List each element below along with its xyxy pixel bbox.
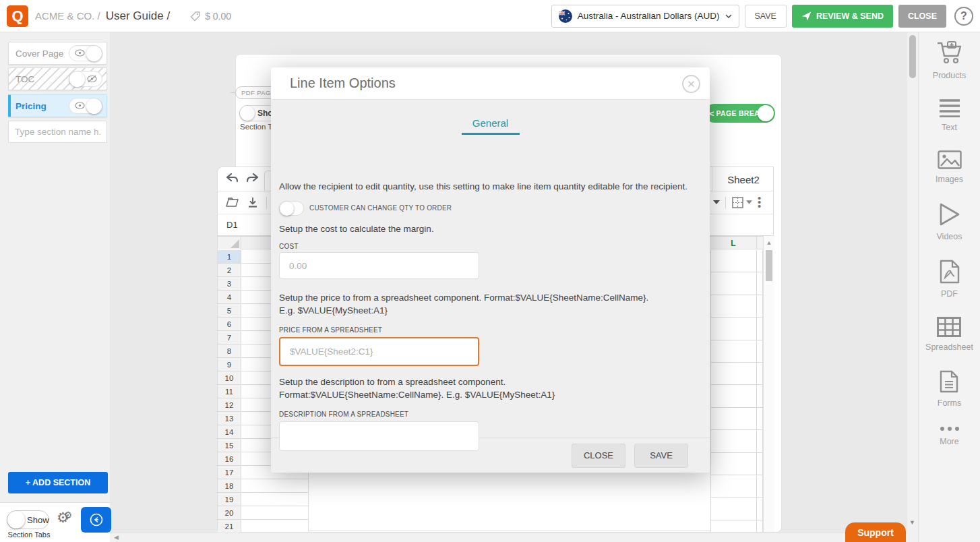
settings-gears-icon[interactable]: ⚙⚙ (57, 510, 67, 526)
sidebar-item-label: PDF (941, 289, 958, 299)
cost-label: COST (279, 243, 299, 250)
collapse-sidebar-button[interactable] (81, 507, 111, 533)
modal-save-button[interactable]: SAVE (634, 444, 688, 468)
row-header[interactable]: 16 (218, 452, 241, 466)
page-break-toggle[interactable]: < PAGE BREAK (705, 104, 775, 123)
price-label: PRICE FROM A SPREADSHEET (279, 326, 382, 334)
sidebar-item-cover-page[interactable]: Cover Page (8, 42, 107, 65)
cell-reference[interactable]: D1 (218, 220, 238, 230)
dropdown-caret-icon[interactable] (713, 200, 720, 205)
sidebar-item-text[interactable]: Text (939, 98, 960, 132)
description-from-spreadsheet-input[interactable] (279, 421, 479, 451)
row-header[interactable]: 1 (218, 250, 241, 264)
row-header[interactable]: 13 (218, 412, 241, 425)
column-header-l[interactable]: L (710, 237, 757, 249)
sidebar-item-label: Images (936, 175, 963, 184)
row-header[interactable]: 17 (218, 466, 241, 479)
currency-select[interactable]: Australia - Australian Dollars (AUD) (551, 5, 739, 28)
line-item-options-modal: Line Item Options ✕ General Allow the re… (271, 67, 710, 473)
tab-underline (462, 133, 520, 135)
sidebar-item-label: Forms (938, 398, 961, 408)
add-section-button[interactable]: + ADD SECTION (8, 472, 108, 493)
page-break-chevron: < (709, 109, 714, 119)
app-logo[interactable]: Q (7, 5, 28, 27)
download-icon[interactable] (247, 197, 258, 208)
price-from-spreadsheet-input[interactable] (279, 337, 479, 366)
grid-column-l[interactable] (710, 250, 757, 532)
help-button[interactable]: ? (954, 7, 973, 26)
australia-flag-icon (559, 9, 572, 23)
grid-column-partial (757, 250, 763, 532)
toc-visibility-toggle[interactable] (69, 71, 102, 87)
cover-page-visibility-toggle[interactable] (69, 45, 102, 61)
sidebar-item-spreadsheet[interactable]: Spreadsheet (925, 317, 973, 352)
canvas-vscroll-thumb[interactable] (909, 35, 916, 78)
sidebar-item-pdf[interactable]: PDF (940, 260, 960, 299)
row-header[interactable]: 18 (218, 479, 241, 493)
pricing-visibility-toggle[interactable] (69, 98, 102, 114)
customer-qty-toggle[interactable] (279, 201, 304, 216)
row-header[interactable]: 20 (218, 506, 241, 520)
modal-close-icon[interactable]: ✕ (682, 75, 700, 93)
form-document-icon (940, 370, 958, 393)
cost-input[interactable] (279, 252, 479, 279)
spreadsheet-vertical-scrollbar[interactable]: ▲ (763, 236, 774, 532)
section-title-label: Section T (240, 123, 272, 131)
row-header[interactable]: 6 (218, 318, 241, 331)
row-header[interactable]: 5 (218, 304, 241, 318)
scroll-left-arrow-icon[interactable]: ◀ (114, 534, 119, 541)
row-header[interactable]: 14 (218, 425, 241, 439)
select-all-corner[interactable] (218, 237, 241, 249)
show-section-tabs-toggle[interactable]: Show (7, 510, 49, 529)
borders-icon[interactable] (732, 197, 743, 208)
modal-body: General Allow the recipient to edit quan… (271, 100, 710, 438)
row-header[interactable]: 9 (218, 358, 241, 371)
folder-icon[interactable] (226, 197, 239, 208)
support-button[interactable]: Support (845, 522, 906, 542)
row-header[interactable]: 8 (218, 344, 241, 358)
row-header[interactable]: 10 (218, 371, 241, 385)
top-bar: Q ACME & CO. / User Guide / $ 0.00 Austr… (0, 0, 980, 32)
row-header[interactable]: 21 (218, 520, 241, 533)
row-header[interactable]: 12 (218, 398, 241, 412)
scrollbar-thumb[interactable] (766, 250, 772, 281)
undo-icon[interactable] (226, 173, 239, 185)
sidebar-item-toc[interactable]: TOC (8, 67, 107, 90)
canvas-vertical-scrollbar[interactable]: ▼ (907, 32, 918, 542)
pdf-icon (940, 260, 960, 284)
review-send-button[interactable]: REVIEW & SEND (792, 5, 893, 28)
image-icon (938, 150, 962, 169)
cost-help-text: Setup the cost to calculate the margin. (279, 222, 434, 235)
scroll-down-arrow-icon[interactable]: ▼ (909, 519, 915, 526)
sidebar-item-images[interactable]: Images (936, 150, 963, 184)
sidebar-item-more[interactable]: More (940, 426, 960, 446)
close-document-button[interactable]: CLOSE (898, 5, 946, 28)
row-headers: 123456789101112131415161718192021 (218, 250, 241, 533)
row-header[interactable]: 4 (218, 291, 241, 304)
row-header[interactable]: 3 (218, 277, 241, 291)
row-header[interactable]: 19 (218, 493, 241, 506)
scroll-up-arrow-icon[interactable]: ▲ (764, 236, 774, 246)
sidebar-item-label: Products (933, 71, 966, 80)
sidebar-item-products[interactable]: Products (933, 41, 966, 80)
review-send-label: REVIEW & SEND (816, 11, 884, 21)
circle-left-arrow-icon (90, 513, 103, 526)
modal-close-button[interactable]: CLOSE (572, 444, 625, 468)
page-break-knob (758, 105, 774, 121)
sidebar-item-pricing[interactable]: Pricing (8, 94, 107, 117)
row-header[interactable]: 11 (218, 385, 241, 398)
sheet2-tab[interactable]: Sheet2 (712, 167, 774, 191)
save-button[interactable]: SAVE (745, 5, 787, 28)
sidebar-item-forms[interactable]: Forms (938, 370, 961, 408)
sidebar-item-videos[interactable]: Videos (937, 202, 962, 241)
borders-caret-icon[interactable] (746, 200, 752, 205)
row-header[interactable]: 15 (218, 439, 241, 452)
eye-icon (75, 102, 85, 109)
row-header[interactable]: 7 (218, 331, 241, 344)
new-section-name-input[interactable] (8, 121, 107, 143)
kebab-menu-icon[interactable]: ••• (758, 196, 761, 208)
row-header[interactable]: 2 (218, 264, 241, 277)
canvas-horizontal-scrollbar[interactable]: ◀ (110, 533, 907, 542)
tab-general[interactable]: General (271, 117, 710, 129)
redo-icon[interactable] (246, 173, 259, 185)
